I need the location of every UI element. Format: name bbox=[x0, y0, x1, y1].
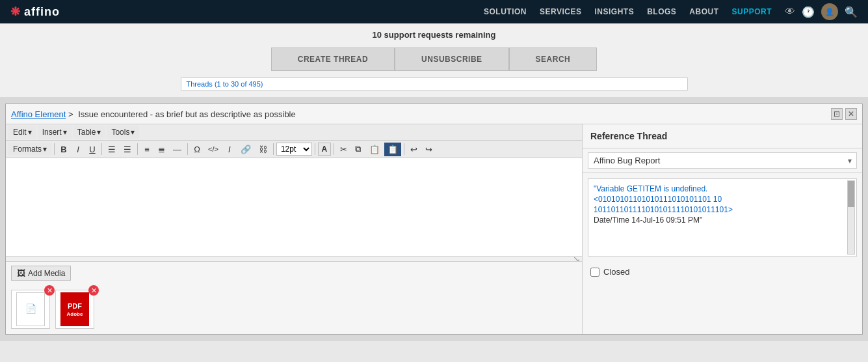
nav-blogs[interactable]: BLOGS bbox=[647, 7, 676, 16]
page-wrapper: ❋ affino SOLUTION SERVICES INSIGHTS BLOG… bbox=[0, 0, 868, 341]
table-menu[interactable]: Table ▾ bbox=[73, 126, 106, 139]
edit-label: Edit bbox=[13, 128, 27, 137]
attachment-pdf: ✕ PDF Adobe bbox=[55, 290, 94, 329]
bold-button[interactable]: B bbox=[57, 143, 70, 156]
link-button[interactable]: 🔗 bbox=[237, 143, 254, 156]
closed-checkbox[interactable] bbox=[590, 268, 599, 277]
reference-select-row: Affino Bug Report ▾ bbox=[583, 148, 862, 173]
logo[interactable]: ❋ affino bbox=[10, 5, 60, 19]
cut-button[interactable]: ✂ bbox=[337, 143, 350, 156]
closed-label: Closed bbox=[603, 267, 629, 277]
omega-button[interactable]: Ω bbox=[191, 143, 204, 156]
modal-breadcrumb: Affino Element > Issue encountered - as … bbox=[11, 109, 831, 119]
sep8 bbox=[404, 143, 404, 155]
close-button[interactable]: ✕ bbox=[845, 108, 857, 120]
insert-menu[interactable]: Insert ▾ bbox=[38, 126, 72, 139]
reference-thread-select[interactable]: Affino Bug Report bbox=[588, 152, 857, 169]
modal-title: Issue encountered - as brief but as desc… bbox=[78, 109, 296, 119]
media-icon: 🖼 bbox=[17, 268, 25, 278]
doc-icon: 📄 bbox=[16, 292, 45, 326]
breadcrumb-separator: > bbox=[68, 109, 73, 119]
nav-solution[interactable]: SOLUTION bbox=[484, 7, 527, 16]
content-area: 10 support requests remaining CREATE THR… bbox=[0, 23, 868, 341]
add-media-row: 🖼 Add Media bbox=[6, 261, 582, 285]
top-nav: ❋ affino SOLUTION SERVICES INSIGHTS BLOG… bbox=[0, 0, 868, 23]
modal-controls: ⊡ ✕ bbox=[831, 108, 857, 120]
support-content: 10 support requests remaining CREATE THR… bbox=[0, 23, 868, 97]
nav-icons: 👁 🕐 👤 🔍 bbox=[785, 3, 858, 20]
tools-label: Tools bbox=[111, 128, 129, 137]
attachments-row: ✕ 📄 ✕ PDF bbox=[6, 285, 582, 334]
insert-arrow: ▾ bbox=[63, 128, 67, 137]
edit-menu[interactable]: Edit ▾ bbox=[8, 126, 36, 139]
resize-handle[interactable]: ↘ bbox=[6, 256, 582, 261]
undo-button[interactable]: ↩ bbox=[407, 143, 421, 156]
modal-titlebar: Affino Element > Issue encountered - as … bbox=[6, 104, 862, 124]
table-label: Table bbox=[77, 128, 96, 137]
unordered-list-button[interactable]: ☰ bbox=[120, 143, 135, 156]
formats-menu[interactable]: Formats ▾ bbox=[8, 143, 51, 156]
unlink-button[interactable]: ⛓ bbox=[256, 143, 270, 156]
search-button[interactable]: SEARCH bbox=[509, 48, 598, 71]
nav-about[interactable]: ABOUT bbox=[689, 7, 718, 16]
redo-button[interactable]: ↪ bbox=[422, 143, 436, 156]
paste-active-button[interactable]: 📋 bbox=[384, 143, 401, 156]
clock-icon[interactable]: 🕐 bbox=[802, 6, 815, 18]
ref-scrollbar-thumb bbox=[848, 181, 854, 207]
ref-line4: Date/Time 14-Jul-16 09:51 PM" bbox=[594, 216, 851, 225]
tools-menu[interactable]: Tools ▾ bbox=[107, 126, 139, 139]
reference-content: "Variable GETITEM is undefined. <0101010… bbox=[588, 178, 857, 257]
edit-arrow: ▾ bbox=[28, 128, 32, 137]
remaining-count: 10 bbox=[372, 30, 381, 40]
support-remaining: 10 support requests remaining bbox=[372, 30, 495, 40]
sep1 bbox=[54, 143, 55, 155]
reference-header: Reference Thread bbox=[583, 124, 862, 148]
create-thread-button[interactable]: CREATE THREAD bbox=[271, 48, 395, 71]
add-media-button[interactable]: 🖼 Add Media bbox=[11, 266, 71, 281]
sep6 bbox=[315, 143, 315, 155]
hr-button[interactable]: — bbox=[170, 143, 185, 156]
align-center-button[interactable]: ≣ bbox=[155, 143, 168, 156]
italic2-button[interactable]: I bbox=[223, 143, 236, 156]
copy-button[interactable]: ⧉ bbox=[352, 142, 365, 156]
ref-line3: 1011011011110101011110101011101> bbox=[594, 205, 851, 214]
font-size-select[interactable]: 12pt 10pt 14pt bbox=[276, 143, 312, 156]
eye-icon[interactable]: 👁 bbox=[785, 6, 795, 18]
sep3 bbox=[137, 143, 138, 155]
sep7 bbox=[334, 143, 334, 155]
remove-pdf-button[interactable]: ✕ bbox=[88, 285, 99, 296]
expand-button[interactable]: ⊡ bbox=[831, 108, 843, 120]
unsubscribe-button[interactable]: UNSUBSCRIBE bbox=[395, 48, 509, 71]
logo-icon: ❋ bbox=[10, 5, 20, 19]
search-nav-icon[interactable]: 🔍 bbox=[845, 6, 858, 18]
remove-doc-button[interactable]: ✕ bbox=[44, 285, 55, 296]
nav-links: SOLUTION SERVICES INSIGHTS BLOGS ABOUT S… bbox=[484, 7, 772, 16]
attachment-doc: ✕ 📄 bbox=[11, 290, 50, 329]
nav-support[interactable]: SUPPORT bbox=[731, 7, 772, 16]
paste-button[interactable]: 📋 bbox=[366, 143, 383, 156]
insert-label: Insert bbox=[42, 128, 62, 137]
toolbar-row-1: Edit ▾ Insert ▾ Table ▾ bbox=[6, 124, 582, 141]
sep4 bbox=[187, 143, 188, 155]
code-button[interactable]: </> bbox=[205, 143, 222, 155]
italic-button[interactable]: I bbox=[72, 143, 85, 156]
breadcrumb-link[interactable]: Affino Element bbox=[11, 109, 66, 119]
remaining-text: support requests remaining bbox=[384, 30, 496, 40]
ref-line2: <01010101101010111010101101 10 bbox=[594, 195, 851, 204]
ordered-list-button[interactable]: ☰ bbox=[105, 143, 119, 156]
threads-link[interactable]: Threads (1 to 30 of 495) bbox=[187, 80, 263, 88]
font-color-button[interactable]: A bbox=[318, 143, 331, 156]
ref-scrollbar[interactable] bbox=[847, 180, 855, 255]
editor-panel: Edit ▾ Insert ▾ Table ▾ bbox=[6, 124, 583, 334]
align-left-button[interactable]: ≡ bbox=[140, 143, 153, 156]
nav-insights[interactable]: INSIGHTS bbox=[594, 7, 634, 16]
pdf-icon: PDF Adobe bbox=[60, 292, 89, 326]
threads-bar: Threads (1 to 30 of 495) bbox=[181, 77, 688, 90]
user-avatar[interactable]: 👤 bbox=[821, 3, 838, 20]
logo-text: affino bbox=[24, 5, 60, 19]
table-arrow: ▾ bbox=[97, 128, 101, 137]
underline-button[interactable]: U bbox=[86, 143, 99, 156]
editor-textarea[interactable] bbox=[6, 158, 582, 256]
nav-services[interactable]: SERVICES bbox=[540, 7, 581, 16]
toolbar-row-2: Formats ▾ B I U ☰ ☰ ≡ ≣ bbox=[6, 141, 582, 158]
